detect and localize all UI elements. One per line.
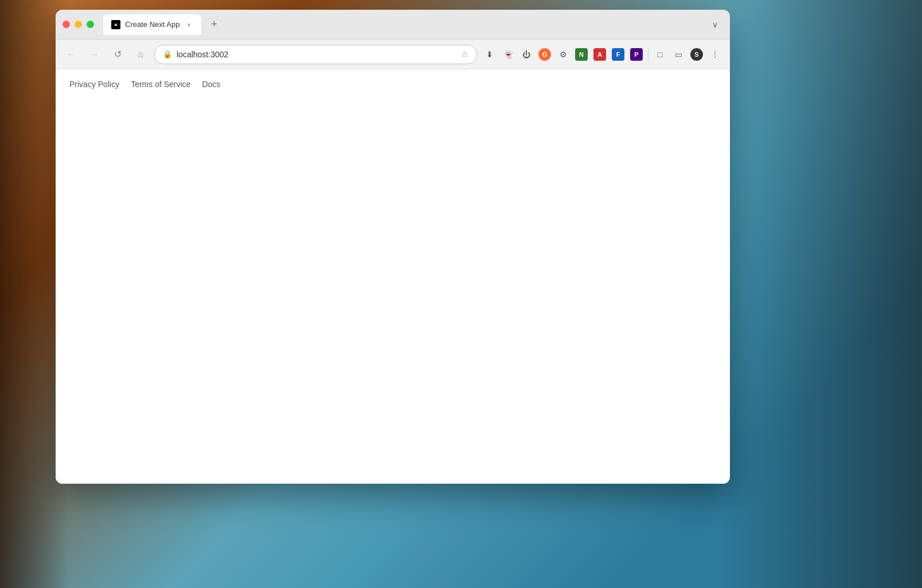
- phantom-extension-icon[interactable]: P: [628, 46, 644, 62]
- minimize-button[interactable]: [75, 21, 82, 28]
- title-bar: Create Next App × + ∨: [56, 10, 730, 40]
- window-controls: [62, 21, 94, 28]
- home-icon: ⌂: [138, 49, 143, 60]
- ghost-extension-icon[interactable]: 👻: [500, 46, 516, 62]
- download-icon[interactable]: ⬇: [482, 46, 498, 62]
- cyber-extension-icon[interactable]: G: [537, 46, 553, 62]
- gear-extension-icon[interactable]: ⚙: [555, 46, 571, 62]
- expand-button[interactable]: ∨: [707, 17, 723, 33]
- home-button[interactable]: ⌂: [131, 45, 150, 64]
- gear-icon: ⚙: [560, 50, 567, 59]
- reload-icon: ↺: [114, 49, 122, 60]
- bookmark-icon[interactable]: ☆: [461, 49, 468, 60]
- puzzle-extension-icon[interactable]: A: [592, 46, 608, 62]
- more-options-button[interactable]: ⋮: [707, 46, 723, 62]
- tab-favicon: [111, 20, 120, 29]
- close-button[interactable]: [62, 21, 70, 28]
- folder-icon[interactable]: □: [652, 46, 668, 62]
- title-bar-right: ∨: [707, 17, 723, 33]
- toolbar-icons: ⬇ 👻 ⏻ G ⚙ N A: [482, 46, 723, 62]
- forward-button[interactable]: →: [85, 45, 104, 64]
- tabs-area: Create Next App × +: [103, 14, 707, 35]
- tab-close-button[interactable]: ×: [184, 20, 193, 29]
- security-icon: 🔒: [163, 50, 172, 58]
- address-input[interactable]: [177, 50, 456, 59]
- book-extension-icon[interactable]: N: [573, 46, 589, 62]
- monitor-icon[interactable]: ▭: [670, 46, 686, 62]
- page-navigation: Privacy Policy Terms of Service Docs: [56, 69, 730, 99]
- toolbar-divider: [648, 49, 648, 60]
- terms-of-service-link[interactable]: Terms of Service: [131, 80, 190, 89]
- back-button[interactable]: ←: [62, 45, 81, 64]
- reload-button[interactable]: ↺: [108, 45, 127, 64]
- tab-title: Create Next App: [125, 20, 179, 29]
- browser-window: Create Next App × + ∨ ← → ↺ ⌂: [56, 10, 730, 484]
- navigation-bar: ← → ↺ ⌂ 🔒 ☆ ⬇ 👻 ⏻: [56, 40, 730, 69]
- address-bar-container: 🔒 ☆: [154, 45, 477, 64]
- flag-extension-icon[interactable]: F: [610, 46, 626, 62]
- shield-extension-icon[interactable]: S: [689, 46, 705, 62]
- back-icon: ←: [67, 49, 76, 60]
- power-icon: ⏻: [522, 50, 530, 59]
- new-tab-button[interactable]: +: [206, 17, 222, 33]
- forward-icon: →: [90, 49, 99, 60]
- web-content-area: Privacy Policy Terms of Service Docs: [56, 69, 730, 484]
- active-tab[interactable]: Create Next App ×: [103, 14, 201, 35]
- ghost-icon: 👻: [503, 50, 513, 59]
- docs-link[interactable]: Docs: [202, 80, 220, 89]
- privacy-policy-link[interactable]: Privacy Policy: [69, 80, 119, 89]
- maximize-button[interactable]: [87, 21, 94, 28]
- power-extension-icon[interactable]: ⏻: [518, 46, 534, 62]
